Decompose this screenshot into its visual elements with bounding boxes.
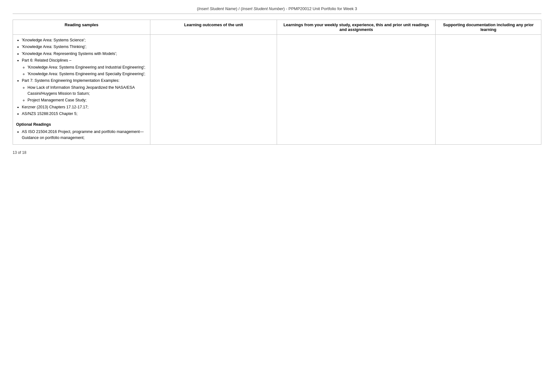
list-item: 'Knowledge Area: Representing Systems wi… [22, 51, 147, 57]
student-name: Insert Student Name [198, 6, 236, 11]
optional-list: AS ISO 21504:2016 Project, programme and… [16, 129, 147, 141]
sub-list: How Lack of Information Sharing Jeopardi… [22, 85, 147, 104]
list-item: 'Knowledge Area: Systems Science'; [22, 37, 147, 43]
reading-list: 'Knowledge Area: Systems Science'; 'Know… [16, 37, 147, 117]
col-supporting: Supporting documentation including any p… [436, 20, 541, 35]
list-item: Project Management Case Study; [27, 97, 147, 103]
page-header: (Insert Student Name) / (Insert Student … [13, 6, 541, 14]
optional-heading: Optional Readings [16, 122, 147, 128]
table-header-row: Reading samples Learning outcomes of the… [13, 20, 541, 35]
learnings-cell [277, 35, 436, 145]
list-item: AS ISO 21504:2016 Project, programme and… [22, 129, 147, 141]
table-row: 'Knowledge Area: Systems Science'; 'Know… [13, 35, 541, 145]
portfolio-table: Reading samples Learning outcomes of the… [13, 20, 541, 145]
page-number: 13 of 18 [13, 150, 26, 155]
header-suffix: - PPMP20012 Unit Portfolio for Week 3 [285, 6, 357, 11]
list-item: 'Knowledge Area: Systems Engineering and… [27, 71, 147, 77]
page-footer: 13 of 18 [13, 150, 541, 155]
supporting-cell [436, 35, 541, 145]
reading-samples-cell: 'Knowledge Area: Systems Science'; 'Know… [13, 35, 150, 145]
col-learnings: Learnings from your weekly study, experi… [277, 20, 436, 35]
list-item: 'Knowledge Area: Systems Thinking'; [22, 44, 147, 50]
sub-list: 'Knowledge Area: Systems Engineering and… [22, 64, 147, 77]
col-reading-samples: Reading samples [13, 20, 150, 35]
list-item: Part 7: Systems Engineering Implementati… [22, 78, 147, 104]
learning-outcomes-cell [150, 35, 277, 145]
list-item: Kerzner (2013) Chapters 17.12-17.17; [22, 104, 147, 110]
col-learning-outcomes: Learning outcomes of the unit [150, 20, 277, 35]
student-number: Insert Student Number [242, 6, 284, 11]
list-item: AS/NZS 15288:2015 Chapter 5; [22, 111, 147, 117]
list-item: Part 6: Related Disciplines – 'Knowledge… [22, 57, 147, 77]
list-item: How Lack of Information Sharing Jeopardi… [27, 85, 147, 97]
list-item: 'Knowledge Area: Systems Engineering and… [27, 64, 147, 70]
